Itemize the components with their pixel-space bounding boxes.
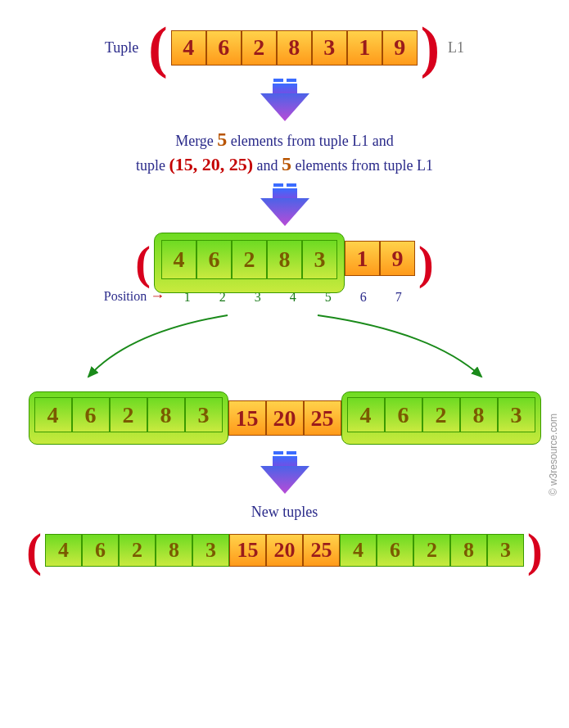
cell: 3 bbox=[498, 397, 535, 432]
cell: 3 bbox=[312, 30, 347, 66]
cell: 20 bbox=[266, 400, 304, 436]
cell: 8 bbox=[277, 30, 312, 66]
cell: 2 bbox=[110, 397, 147, 432]
cell: 20 bbox=[266, 534, 303, 567]
open-paren: ( bbox=[145, 23, 170, 72]
pos: 6 bbox=[345, 290, 381, 305]
arrow-down-3 bbox=[8, 451, 561, 494]
top-tuple-row: Tuple ( 4 6 2 8 3 1 9 ) L1 bbox=[8, 23, 561, 72]
cell: 3 bbox=[185, 397, 223, 432]
svg-marker-0 bbox=[260, 93, 309, 121]
tuple-label-left: Tuple bbox=[105, 39, 138, 57]
svg-marker-2 bbox=[260, 466, 309, 494]
open-paren: ( bbox=[132, 242, 154, 283]
cell: 6 bbox=[206, 30, 242, 66]
cell: 8 bbox=[450, 534, 487, 567]
cell: 6 bbox=[72, 397, 110, 432]
close-paren: ) bbox=[418, 23, 443, 72]
svg-marker-1 bbox=[260, 198, 309, 226]
cell: 6 bbox=[196, 240, 232, 279]
cell: 4 bbox=[45, 534, 82, 567]
tuple-label-right: L1 bbox=[448, 39, 464, 57]
cell: 3 bbox=[487, 534, 524, 567]
cell: 3 bbox=[302, 240, 337, 279]
cell: 4 bbox=[161, 240, 196, 279]
cell: 15 bbox=[229, 534, 266, 567]
cell: 4 bbox=[347, 397, 385, 432]
cell: 9 bbox=[380, 241, 415, 276]
copyright-text: © w3resource.com bbox=[548, 414, 559, 495]
cell: 2 bbox=[242, 30, 277, 66]
cell: 4 bbox=[340, 534, 377, 567]
green-slab: 4 6 2 8 3 bbox=[154, 233, 345, 293]
cell: 8 bbox=[460, 397, 498, 432]
final-row: ( 4 6 2 8 3 15 20 25 4 6 2 8 3 ) bbox=[8, 530, 561, 571]
open-paren: ( bbox=[23, 530, 45, 571]
cell: 2 bbox=[232, 240, 267, 279]
close-paren: ) bbox=[524, 530, 546, 571]
arrow-down-2 bbox=[8, 183, 561, 226]
cell: 8 bbox=[147, 397, 185, 432]
cell: 25 bbox=[303, 534, 340, 567]
cell: 6 bbox=[377, 534, 413, 567]
left-slab: 4 6 2 8 3 bbox=[29, 391, 228, 445]
arrow-down-1 bbox=[8, 79, 561, 121]
close-paren: ) bbox=[415, 242, 437, 283]
cell: 6 bbox=[82, 534, 119, 567]
cell: 8 bbox=[267, 240, 302, 279]
cell: 4 bbox=[34, 397, 72, 432]
cell: 25 bbox=[304, 400, 341, 436]
cell: 1 bbox=[345, 241, 380, 276]
cell: 4 bbox=[171, 30, 206, 66]
split-connectors bbox=[23, 311, 547, 385]
merge-description: Merge 5 elements from tuple L1 and tuple… bbox=[8, 128, 561, 177]
cell: 2 bbox=[422, 397, 460, 432]
cell: 9 bbox=[382, 30, 418, 66]
cell: 3 bbox=[192, 534, 229, 567]
orange-remainder: 1 9 bbox=[345, 241, 415, 276]
cell: 2 bbox=[119, 534, 156, 567]
new-tuples-label: New tuples bbox=[8, 500, 561, 523]
cell: 6 bbox=[385, 397, 422, 432]
right-slab: 4 6 2 8 3 bbox=[341, 391, 541, 445]
mid-cells: 15 20 25 bbox=[228, 400, 341, 436]
selection-row: ( 4 6 2 8 3 1 9 ) bbox=[8, 233, 561, 293]
cell: 2 bbox=[413, 534, 450, 567]
cell: 8 bbox=[156, 534, 192, 567]
top-cells: 4 6 2 8 3 1 9 bbox=[171, 30, 418, 66]
merge-row: 4 6 2 8 3 15 20 25 4 6 2 8 3 bbox=[8, 391, 561, 445]
cell: 1 bbox=[347, 30, 382, 66]
pos: 7 bbox=[381, 290, 416, 305]
cell: 15 bbox=[228, 400, 266, 436]
